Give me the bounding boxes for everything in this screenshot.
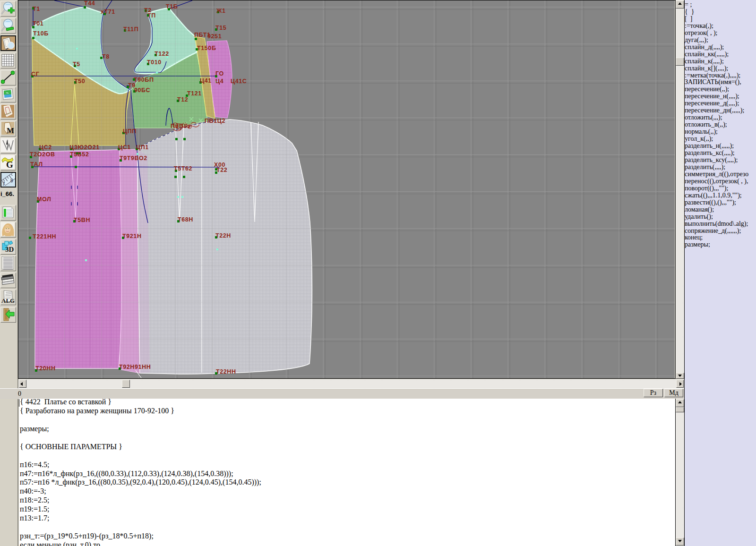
svg-text:Т5ВН: Т5ВН — [74, 217, 90, 223]
svg-text:8: 8 — [10, 178, 13, 183]
svg-text:Т8: Т8 — [102, 53, 110, 60]
svg-text:Т9Т9ВО2: Т9Т9ВО2 — [120, 155, 147, 162]
svg-text:ЦС1: ЦС1 — [118, 144, 131, 151]
svg-text:3D: 3D — [5, 246, 14, 253]
svg-text:Т50: Т50 — [74, 78, 85, 85]
svg-text:Т921Н: Т921Н — [122, 233, 142, 239]
svg-text:Ж1: Ж1 — [216, 8, 225, 14]
svg-text:ЦПП: ЦПП — [123, 128, 137, 135]
svg-text:Ц41С: Ц41С — [231, 78, 247, 85]
svg-text:ПбВ8з: ПбВ8з — [171, 123, 190, 129]
svg-text:ТП: ТП — [147, 12, 156, 19]
svg-text:M: M — [7, 126, 14, 135]
svg-text:Ц3Ю2О21: Ц3Ю2О21 — [69, 144, 100, 151]
svg-text:Т2О2ОВ: Т2О2ОВ — [30, 151, 55, 158]
svg-text:Т5Т62: Т5Т62 — [174, 165, 192, 172]
svg-text:СГ: СГ — [31, 71, 39, 77]
svg-text:Т11П: Т11П — [123, 26, 138, 33]
svg-text:Т68Н: Т68Н — [178, 216, 193, 223]
svg-text:Т221НН: Т221НН — [33, 233, 56, 240]
svg-text:ALG: ALG — [1, 297, 15, 304]
svg-text:G: G — [6, 160, 13, 169]
svg-text:Т122: Т122 — [155, 51, 169, 57]
svg-text:ЦП1: ЦП1 — [136, 144, 149, 151]
svg-text:ПВ1Ц2: ПВ1Ц2 — [205, 118, 225, 124]
svg-text:Т01: Т01 — [33, 20, 43, 27]
svg-text:Т20НН: Т20НН — [35, 365, 56, 372]
svg-text:Т12: Т12 — [177, 96, 188, 103]
svg-text:хТ71: хТ71 — [101, 9, 115, 15]
svg-text:Ц41: Ц41 — [200, 77, 212, 84]
svg-text:Т5Б52: Т5Б52 — [70, 151, 89, 158]
svg-text:9251: 9251 — [207, 33, 222, 40]
svg-text:ЦС2: ЦС2 — [39, 144, 52, 151]
svg-text:Т150Б: Т150Б — [197, 45, 216, 51]
svg-text:Т90БП: Т90БП — [134, 77, 154, 83]
svg-text:Ц4: Ц4 — [215, 78, 223, 85]
svg-text:МОЛ: МОЛ — [37, 196, 51, 203]
svg-text:Т22: Т22 — [216, 167, 227, 173]
svg-text:Т92Н91НН: Т92Н91НН — [119, 364, 151, 370]
svg-text:7: 7 — [2, 181, 5, 187]
svg-text:ГО: ГО — [215, 70, 224, 77]
svg-text:Т121: Т121 — [187, 90, 202, 97]
svg-text:Т010: Т010 — [147, 59, 162, 66]
svg-text:Т10Б: Т10Б — [33, 30, 49, 37]
svg-text:Т1: Т1 — [33, 6, 40, 12]
svg-text:Т44: Т44 — [84, 0, 95, 7]
svg-text:90БС: 90БС — [134, 87, 150, 94]
svg-text:Т1Б: Т1Б — [166, 3, 178, 10]
svg-text:Т22Н: Т22Н — [215, 232, 231, 239]
svg-text:ТАЛ: ТАЛ — [30, 161, 43, 168]
svg-text:Т15: Т15 — [215, 25, 226, 31]
svg-text:Т22НН: Т22НН — [216, 368, 236, 375]
svg-text:Т5: Т5 — [73, 61, 80, 68]
